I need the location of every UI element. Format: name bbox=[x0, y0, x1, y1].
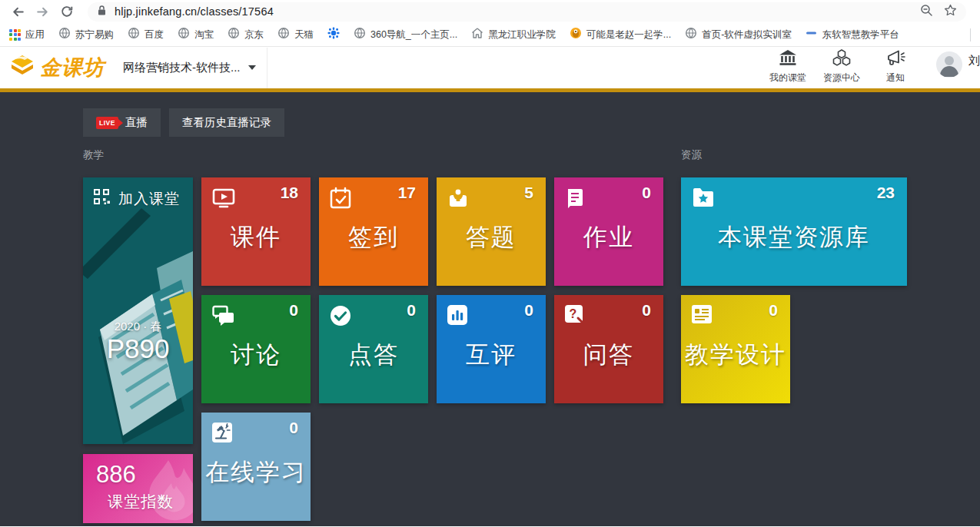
bookmark-star-icon[interactable] bbox=[944, 4, 957, 20]
quiz-icon bbox=[447, 187, 470, 213]
lesson-plan-icon bbox=[691, 304, 713, 327]
bookmark-neusoft[interactable]: 东软智慧教学平台 bbox=[806, 27, 899, 42]
bank-icon bbox=[779, 49, 797, 69]
bookmark-jd[interactable]: 京东 bbox=[228, 27, 264, 42]
live-row: LIVE 直播 查看历史直播记录 bbox=[83, 108, 284, 137]
qr-code-icon bbox=[93, 188, 111, 210]
course-title: 网络营销技术-软件技... bbox=[123, 61, 241, 75]
join-classroom-card[interactable]: 加入课堂 2020 · 春 P890 bbox=[83, 177, 193, 444]
globe-icon bbox=[685, 27, 697, 42]
globe-icon bbox=[277, 27, 290, 42]
forward-icon[interactable] bbox=[32, 2, 52, 22]
bookmark-laozhao[interactable]: 可能是老赵一起学... bbox=[570, 27, 671, 42]
checkin-icon bbox=[329, 187, 352, 213]
globe-icon bbox=[228, 27, 240, 42]
logo-icon bbox=[9, 54, 35, 81]
cubes-icon bbox=[832, 49, 852, 69]
bookmark-baidu[interactable]: 百度 bbox=[128, 27, 164, 42]
tile-qa[interactable]: ? 0 问答 bbox=[554, 295, 663, 403]
logo-text: 金课坊 bbox=[40, 54, 105, 81]
header-nav: 我的课堂 资源中心 通知 bbox=[764, 47, 919, 88]
tile-peer-review[interactable]: 0 互评 bbox=[437, 295, 546, 403]
bookmark-tmall[interactable]: 天猫 bbox=[277, 27, 314, 42]
class-dashboard: LIVE 直播 查看历史直播记录 教学 资源 bbox=[0, 92, 980, 526]
tile-quiz[interactable]: 5 答题 bbox=[437, 177, 546, 286]
class-index-value: 886 bbox=[96, 461, 136, 489]
courseware-icon bbox=[211, 187, 236, 213]
join-classroom-label: 加入课堂 bbox=[118, 189, 180, 209]
screen: hljp.jinkefang.cn/classes/17564 应用 苏宁 bbox=[0, 0, 980, 527]
header-divider bbox=[267, 48, 267, 88]
jinkefang-logo[interactable]: 金课坊 bbox=[9, 54, 105, 81]
course-selector[interactable]: 网络营销技术-软件技... bbox=[123, 61, 256, 75]
svg-text:?: ? bbox=[570, 307, 577, 320]
class-index-label: 课堂指数 bbox=[108, 491, 174, 512]
check-circle-icon bbox=[329, 304, 352, 330]
address-bar[interactable]: hljp.jinkefang.cn/classes/17564 bbox=[88, 2, 966, 22]
globe-icon bbox=[178, 27, 190, 42]
class-term: 2020 · 春 bbox=[83, 320, 193, 334]
bookmark-apps[interactable]: 应用 bbox=[9, 28, 45, 41]
tile-courseware[interactable]: 18 课件 bbox=[201, 177, 311, 286]
tile-resource-library[interactable]: 23 本课堂资源库 bbox=[681, 177, 907, 286]
chevron-down-icon bbox=[248, 65, 256, 70]
question-search-icon: ? bbox=[564, 304, 585, 328]
folder-star-icon bbox=[691, 187, 716, 211]
lock-icon bbox=[97, 5, 107, 19]
avatar-head bbox=[945, 56, 954, 65]
flame-icon bbox=[128, 457, 193, 523]
user-name: 刘 bbox=[968, 54, 980, 68]
tile-teaching-design[interactable]: 0 教学设计 bbox=[681, 295, 790, 403]
avatar-body bbox=[940, 66, 958, 77]
live-button[interactable]: LIVE 直播 bbox=[83, 108, 161, 137]
app-header: 金课坊 网络营销技术-软件技... 我的课堂 资源中心 bbox=[0, 47, 980, 92]
bookmark-360nav[interactable]: 360导航_一个主页... bbox=[354, 27, 457, 42]
home-icon bbox=[471, 27, 483, 42]
url-text: hljp.jinkefang.cn/classes/17564 bbox=[115, 5, 274, 18]
gear-icon bbox=[327, 27, 340, 42]
nav-notifications[interactable]: 通知 bbox=[872, 43, 919, 85]
bookmark-taobao[interactable]: 淘宝 bbox=[178, 27, 214, 42]
bookmark-gear[interactable] bbox=[327, 27, 340, 42]
tile-checkin[interactable]: 17 签到 bbox=[319, 177, 428, 286]
zoom-out-icon[interactable] bbox=[920, 4, 933, 20]
bookmarks-divider bbox=[970, 28, 971, 41]
orange-app-icon bbox=[570, 27, 582, 42]
open-book-illustration bbox=[83, 177, 193, 444]
live-history-button[interactable]: 查看历史直播记录 bbox=[169, 108, 284, 137]
nav-resource-center[interactable]: 资源中心 bbox=[818, 43, 865, 85]
section-teaching: 教学 bbox=[83, 148, 104, 162]
bookmark-virtual-lab[interactable]: 首页-软件虚拟实训室 bbox=[685, 27, 792, 42]
globe-icon bbox=[58, 27, 71, 42]
back-icon[interactable] bbox=[8, 2, 28, 22]
bar-chart-icon bbox=[447, 304, 468, 329]
tile-homework[interactable]: 0 作业 bbox=[554, 177, 663, 286]
homework-icon bbox=[564, 187, 586, 213]
tile-discussion[interactable]: 0 讨论 bbox=[201, 295, 311, 403]
globe-icon bbox=[128, 27, 140, 42]
class-index-card[interactable]: 886 课堂指数 bbox=[83, 454, 193, 523]
avatar[interactable] bbox=[936, 51, 962, 78]
blue-dash-icon bbox=[806, 27, 818, 42]
bookmark-hlj-college[interactable]: 黑龙江职业学院 bbox=[471, 27, 556, 42]
nav-my-classes[interactable]: 我的课堂 bbox=[764, 43, 812, 85]
tile-online-learning[interactable]: 0 在线学习 bbox=[201, 413, 311, 521]
desk-lamp-icon bbox=[211, 422, 233, 446]
discussion-icon bbox=[211, 304, 236, 330]
globe-icon bbox=[354, 27, 366, 42]
megaphone-icon bbox=[886, 49, 905, 69]
live-icon: LIVE bbox=[96, 117, 118, 129]
bookmark-suning[interactable]: 苏宁易购 bbox=[58, 27, 114, 42]
tile-pick-answer[interactable]: 0 点答 bbox=[319, 295, 428, 403]
apps-grid-icon bbox=[9, 29, 21, 41]
section-resources: 资源 bbox=[681, 148, 702, 162]
reload-icon[interactable] bbox=[57, 2, 77, 22]
class-code: P890 bbox=[83, 333, 193, 364]
browser-toolbar: hljp.jinkefang.cn/classes/17564 bbox=[0, 0, 980, 23]
